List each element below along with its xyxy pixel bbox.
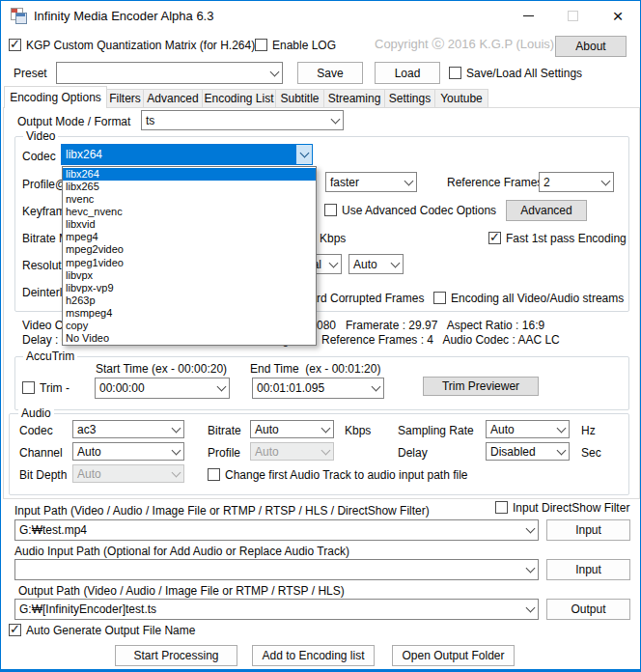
- output-browse-button[interactable]: Output: [546, 599, 630, 620]
- chevron-down-icon[interactable]: [325, 255, 341, 273]
- output-path-label: Output Path (Video / Audio / Image File …: [18, 584, 345, 598]
- kgp-quant-label: KGP Custom Quantization Matrix (for H.26…: [26, 39, 255, 52]
- use-advanced-label: Use Advanced Codec Options: [342, 204, 496, 217]
- audio-input-path-combobox[interactable]: [14, 559, 539, 580]
- chevron-down-icon[interactable]: [327, 111, 343, 129]
- chevron-down-icon[interactable]: [318, 421, 333, 437]
- codec-option[interactable]: copy: [63, 320, 316, 332]
- codec-option[interactable]: msmpeg4: [63, 307, 316, 320]
- audio-input-browse-button[interactable]: Input: [546, 559, 630, 580]
- chevron-down-icon[interactable]: [522, 600, 538, 619]
- codec-option[interactable]: libvpx: [63, 269, 316, 282]
- chevron-down-icon[interactable]: [168, 443, 183, 460]
- video-codec-combobox[interactable]: libx264: [61, 144, 313, 165]
- tab-encoding-options[interactable]: Encoding Options: [4, 86, 107, 108]
- start-time-value: 00:00:00: [96, 378, 213, 398]
- trim-previewer-button[interactable]: Trim Previewer: [423, 377, 539, 396]
- chevron-down-icon[interactable]: [522, 520, 538, 540]
- chevron-down-icon[interactable]: [296, 145, 312, 164]
- chevron-down-icon[interactable]: [553, 443, 569, 460]
- save-load-all-checkbox[interactable]: [449, 67, 461, 79]
- codec-option[interactable]: libxvid: [63, 218, 316, 231]
- output-path-combobox[interactable]: G:₩[InfinityEncoder]test.ts: [14, 599, 539, 620]
- chevron-down-icon: [168, 465, 183, 482]
- open-output-folder-button[interactable]: Open Output Folder: [392, 645, 515, 666]
- advanced-button[interactable]: Advanced: [506, 200, 587, 221]
- sec-label: Sec: [581, 446, 601, 460]
- chevron-down-icon[interactable]: [553, 421, 569, 437]
- input-path-label: Input Path (Video / Audio / Image File o…: [14, 504, 430, 518]
- end-time-value: 00:01:01.095: [253, 378, 368, 398]
- change-first-audio-checkbox[interactable]: [208, 468, 220, 481]
- codec-option[interactable]: mpeg1video: [63, 257, 316, 269]
- input-browse-button[interactable]: Input: [546, 519, 630, 541]
- chevron-down-icon[interactable]: [266, 63, 282, 83]
- codec-option[interactable]: libx264: [63, 168, 316, 181]
- speed-preset-combobox[interactable]: faster: [325, 172, 417, 192]
- start-time-combobox[interactable]: 00:00:00: [95, 378, 230, 399]
- chevron-down-icon[interactable]: [168, 421, 183, 437]
- about-button[interactable]: About: [555, 36, 627, 57]
- load-button[interactable]: Load: [375, 62, 440, 84]
- chevron-down-icon[interactable]: [522, 560, 538, 579]
- audio-profile-combobox: Auto: [250, 442, 334, 461]
- reference-frames-combobox[interactable]: 2: [539, 172, 614, 192]
- kgp-quant-checkbox[interactable]: [9, 39, 21, 51]
- resolution-auto-combobox[interactable]: Auto: [348, 254, 404, 274]
- title-bar: Infinity Media Encoder Alpha 6.3 ×: [1, 1, 640, 30]
- trim-checkbox[interactable]: [22, 381, 35, 394]
- codec-option[interactable]: libvpx-vp9: [63, 282, 316, 294]
- codec-option[interactable]: libx265: [63, 181, 316, 193]
- codec-option[interactable]: mpeg4: [63, 231, 316, 243]
- tab-filters[interactable]: Filters: [106, 89, 144, 108]
- codec-option[interactable]: nvenc: [63, 193, 316, 206]
- audio-codec-label: Codec: [19, 424, 53, 437]
- end-time-combobox[interactable]: 00:01:01.095: [252, 378, 384, 399]
- encode-all-streams-checkbox[interactable]: [433, 292, 446, 304]
- tab-subtitle[interactable]: Subtitle: [275, 89, 324, 108]
- add-to-encoding-list-button[interactable]: Add to Encoding list: [252, 645, 375, 666]
- chevron-down-icon[interactable]: [213, 378, 229, 398]
- chevron-down-icon[interactable]: [401, 173, 416, 191]
- tab-youtube[interactable]: Youtube: [434, 89, 488, 108]
- input-dshow-checkbox[interactable]: [495, 501, 508, 514]
- chevron-down-icon[interactable]: [368, 378, 383, 398]
- fast-1st-pass-checkbox[interactable]: [488, 232, 501, 244]
- input-path-combobox[interactable]: G:₩test.mp4: [14, 519, 539, 541]
- close-button[interactable]: ×: [597, 1, 639, 30]
- auto-generate-label: Auto Generate Output File Name: [26, 624, 195, 637]
- use-advanced-checkbox[interactable]: [324, 204, 337, 216]
- save-button[interactable]: Save: [297, 62, 363, 84]
- audio-delay-combobox[interactable]: Disabled: [486, 442, 570, 461]
- preset-combobox[interactable]: [56, 62, 283, 84]
- codec-option[interactable]: hevc_nvenc: [63, 206, 316, 218]
- speed-preset-value: faster: [326, 173, 401, 191]
- audio-bitrate-combobox[interactable]: Auto: [250, 420, 334, 438]
- sampling-rate-combobox[interactable]: Auto: [486, 420, 570, 438]
- reference-frames-value: 2: [540, 173, 598, 191]
- chevron-down-icon[interactable]: [387, 255, 403, 273]
- resolution-auto-value: Auto: [349, 255, 387, 273]
- start-processing-button[interactable]: Start Processing: [115, 645, 237, 666]
- enable-log-checkbox[interactable]: [255, 39, 267, 51]
- audio-codec-value: ac3: [73, 421, 168, 437]
- tab-encoding-list[interactable]: Encoding List: [202, 89, 276, 108]
- codec-option[interactable]: mpeg2video: [63, 243, 316, 256]
- codec-option[interactable]: h263p: [63, 294, 316, 307]
- codec-option[interactable]: No Video: [63, 332, 316, 345]
- tab-settings[interactable]: Settings: [384, 89, 435, 108]
- chevron-down-icon[interactable]: [598, 173, 613, 191]
- input-path-value: G:₩test.mp4: [15, 520, 522, 540]
- fast-1st-pass-label: Fast 1st pass Encoding: [506, 232, 627, 245]
- output-mode-combobox[interactable]: ts: [141, 110, 344, 130]
- audio-channel-combobox[interactable]: Auto: [72, 442, 184, 461]
- auto-generate-checkbox[interactable]: [9, 624, 21, 636]
- app-icon: [11, 8, 26, 23]
- kbps-label: Kbps: [320, 232, 346, 245]
- tab-streaming[interactable]: Streaming: [323, 89, 385, 108]
- output-mode-value: ts: [142, 111, 327, 129]
- audio-kbps-label: Kbps: [345, 424, 371, 437]
- minimize-button[interactable]: [507, 1, 549, 30]
- tab-advanced[interactable]: Advanced: [143, 89, 203, 108]
- audio-codec-combobox[interactable]: ac3: [72, 420, 184, 438]
